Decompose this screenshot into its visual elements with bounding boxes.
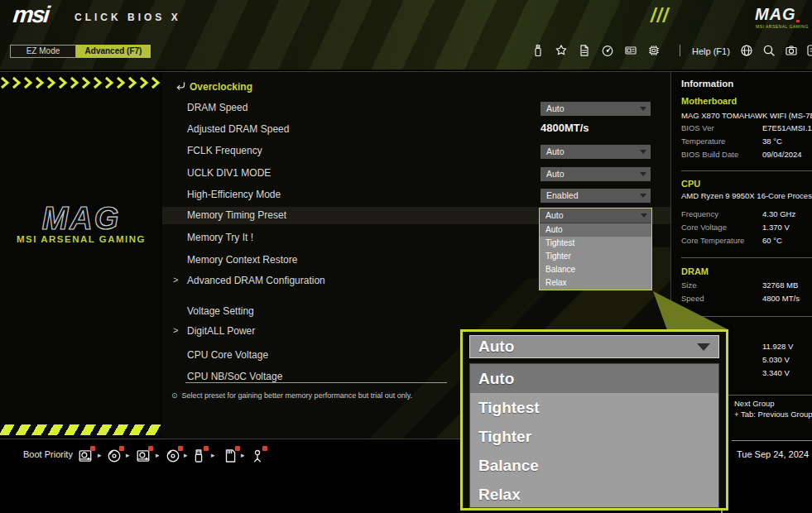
magnified-dropdown-overlay: Auto AutoTightestTighterBalanceRelax [460,329,728,511]
magnified-select[interactable]: Auto [469,335,719,358]
magnified-option-list: AutoTightestTighterBalanceRelax [469,363,719,508]
magnified-dropdown-option[interactable]: Auto [470,364,718,393]
magnified-dropdown-option[interactable]: Tightest [470,393,718,422]
bios-screen: msi CLICK BIOS X /// MAG MSI ARSENAL GAM… [0,0,812,513]
magnified-selected-value: Auto [478,336,514,357]
dropdown-arrow-icon [697,343,710,351]
magnified-dropdown-option[interactable]: Tighter [470,422,718,451]
magnified-dropdown-option[interactable]: Relax [470,480,718,508]
magnified-dropdown-option[interactable]: Balance [470,451,718,480]
